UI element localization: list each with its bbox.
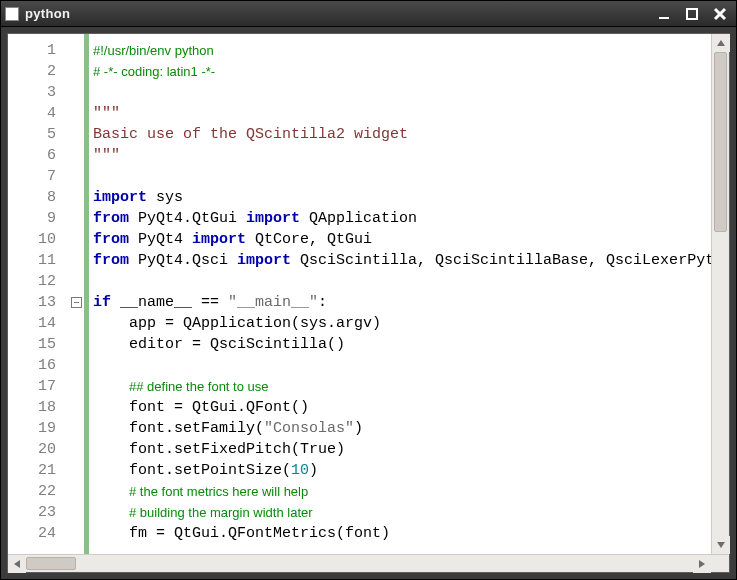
scroll-down-arrow-icon[interactable] (712, 536, 730, 554)
line-number[interactable]: 1 (8, 40, 64, 61)
token-docstr: """ (93, 105, 120, 122)
fold-cell (68, 313, 84, 334)
client-area: 123456789101112131415161718192021222324 … (1, 27, 736, 579)
token-id: QtGui.QFontMetrics(font) (165, 525, 390, 542)
vscroll-track[interactable] (712, 52, 729, 536)
code-line[interactable]: # building the margin width later (93, 502, 711, 523)
fold-margin[interactable] (68, 34, 84, 554)
line-number[interactable]: 2 (8, 61, 64, 82)
line-number-gutter[interactable]: 123456789101112131415161718192021222324 (8, 34, 68, 554)
code-line[interactable]: app = QApplication(sys.argv) (93, 313, 711, 334)
svg-rect-0 (659, 17, 669, 19)
code-line[interactable]: if __name__ == "__main__": (93, 292, 711, 313)
fold-cell (68, 82, 84, 103)
token-op: = (174, 399, 183, 416)
fold-cell (68, 250, 84, 271)
line-number[interactable]: 4 (8, 103, 64, 124)
token-id: QsciScintilla() (201, 336, 345, 353)
close-button[interactable] (708, 4, 732, 24)
line-number[interactable]: 23 (8, 502, 64, 523)
line-number[interactable]: 21 (8, 460, 64, 481)
token-comment: # building the margin width later (129, 505, 313, 520)
code-line[interactable]: fm = QtGui.QFontMetrics(font) (93, 523, 711, 544)
fold-cell (68, 166, 84, 187)
scroll-up-arrow-icon[interactable] (712, 34, 730, 52)
token-id: QtGui.QFont() (183, 399, 309, 416)
line-number[interactable]: 22 (8, 481, 64, 502)
code-line[interactable] (93, 355, 711, 376)
fold-cell (68, 397, 84, 418)
code-line[interactable]: # the font metrics here will help (93, 481, 711, 502)
hscroll-track[interactable] (26, 555, 693, 572)
code-line[interactable]: from PyQt4.QtGui import QApplication (93, 208, 711, 229)
code-line[interactable] (93, 271, 711, 292)
code-line[interactable]: import sys (93, 187, 711, 208)
token-comment: #!/usr/bin/env python (93, 43, 214, 58)
code-line[interactable]: font.setPointSize(10) (93, 460, 711, 481)
fold-cell (68, 103, 84, 124)
scroll-right-arrow-icon[interactable] (693, 555, 711, 573)
maximize-button[interactable] (680, 4, 704, 24)
code-line[interactable]: from PyQt4 import QtCore, QtGui (93, 229, 711, 250)
code-line[interactable]: Basic use of the QScintilla2 widget (93, 124, 711, 145)
hscroll-thumb[interactable] (26, 557, 76, 570)
code-line[interactable]: from PyQt4.Qsci import QsciScintilla, Qs… (93, 250, 711, 271)
line-number[interactable]: 5 (8, 124, 64, 145)
line-number[interactable]: 20 (8, 439, 64, 460)
vertical-scrollbar[interactable] (711, 34, 729, 554)
line-number[interactable]: 13 (8, 292, 64, 313)
code-line[interactable]: font.setFamily("Consolas") (93, 418, 711, 439)
fold-cell (68, 40, 84, 61)
token-kw: import (246, 210, 300, 227)
line-number[interactable]: 11 (8, 250, 64, 271)
token-op: == (201, 294, 219, 311)
line-number[interactable]: 24 (8, 523, 64, 544)
line-number[interactable]: 12 (8, 271, 64, 292)
fold-cell[interactable] (68, 292, 84, 313)
scroll-left-arrow-icon[interactable] (8, 555, 26, 573)
line-number[interactable]: 6 (8, 145, 64, 166)
title-bar[interactable]: python (1, 1, 736, 27)
line-number[interactable]: 3 (8, 82, 64, 103)
line-number[interactable]: 8 (8, 187, 64, 208)
fold-cell (68, 418, 84, 439)
code-line[interactable] (93, 166, 711, 187)
code-area[interactable]: #!/usr/bin/env python# -*- coding: latin… (89, 34, 711, 554)
code-line[interactable]: """ (93, 103, 711, 124)
editor-body[interactable]: 123456789101112131415161718192021222324 … (8, 34, 729, 554)
token-kw: import (93, 189, 147, 206)
line-number[interactable]: 7 (8, 166, 64, 187)
token-comment: ## define the font to use (129, 379, 269, 394)
fold-cell (68, 271, 84, 292)
fold-collapse-icon[interactable] (71, 297, 82, 308)
line-number[interactable]: 16 (8, 355, 64, 376)
code-line[interactable] (93, 82, 711, 103)
token-num: 10 (291, 462, 309, 479)
vscroll-thumb[interactable] (714, 52, 727, 232)
token-comment: # -*- coding: latin1 -*- (93, 64, 215, 79)
line-number[interactable]: 14 (8, 313, 64, 334)
token-comment: # the font metrics here will help (129, 484, 308, 499)
line-number[interactable]: 10 (8, 229, 64, 250)
line-number[interactable]: 19 (8, 418, 64, 439)
token-op: = (156, 525, 165, 542)
horizontal-scrollbar[interactable] (8, 554, 729, 572)
editor: 123456789101112131415161718192021222324 … (7, 33, 730, 573)
fold-cell (68, 376, 84, 397)
line-number[interactable]: 17 (8, 376, 64, 397)
code-line[interactable]: font = QtGui.QFont() (93, 397, 711, 418)
line-number[interactable]: 9 (8, 208, 64, 229)
code-line[interactable]: """ (93, 145, 711, 166)
code-line[interactable]: #!/usr/bin/env python (93, 40, 711, 61)
code-line[interactable]: editor = QsciScintilla() (93, 334, 711, 355)
token-id: PyQt4.Qsci (129, 252, 237, 269)
code-line[interactable]: ## define the font to use (93, 376, 711, 397)
line-number[interactable]: 15 (8, 334, 64, 355)
minimize-button[interactable] (652, 4, 676, 24)
fold-cell (68, 334, 84, 355)
line-number[interactable]: 18 (8, 397, 64, 418)
code-line[interactable]: font.setFixedPitch(True) (93, 439, 711, 460)
token-op: : (318, 294, 327, 311)
token-id: QtCore, QtGui (246, 231, 372, 248)
code-line[interactable]: # -*- coding: latin1 -*- (93, 61, 711, 82)
